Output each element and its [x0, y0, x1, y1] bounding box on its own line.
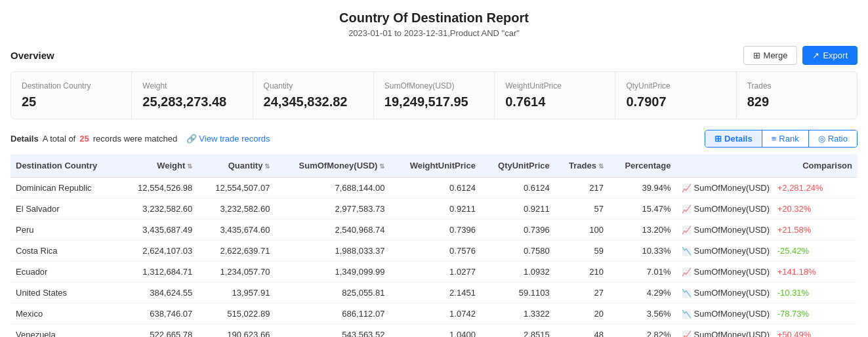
- metric-card-2: Quantity 24,345,832.82: [253, 72, 374, 119]
- cell-country-3: Costa Rica: [10, 241, 120, 262]
- col-header-qtyunit: QtyUnitPrice: [481, 154, 555, 178]
- cell-qtyunit-0: 0.6124: [481, 178, 555, 199]
- tab-details[interactable]: ⊞Details: [705, 130, 762, 147]
- cell-weightunit-1: 0.9211: [390, 199, 480, 220]
- cell-comparison-5: 📉SumOfMoney(USD) -10.31%: [676, 283, 858, 304]
- cell-quantity-4: 1,234,057.70: [197, 262, 275, 283]
- cell-quantity-2: 3,435,674.60: [197, 220, 275, 241]
- view-trade-records-link[interactable]: 🔗 View trade records: [186, 134, 270, 144]
- report-title: Country Of Destination Report: [10, 10, 858, 26]
- metric-card-3: SumOfMoney(USD) 19,249,517.95: [374, 72, 495, 119]
- cell-sum-6: 686,112.07: [275, 304, 390, 325]
- cell-weightunit-2: 0.7396: [390, 220, 480, 241]
- metric-value-4: 0.7614: [505, 94, 604, 109]
- comp-label-4: SumOfMoney(USD): [694, 267, 770, 277]
- col-header-weightunit: WeightUnitPrice: [390, 154, 480, 178]
- comp-label-5: SumOfMoney(USD): [694, 288, 770, 298]
- table-row: Mexico638,746.07515,022.89686,112.071.07…: [10, 304, 858, 325]
- cell-quantity-1: 3,232,582.60: [197, 199, 275, 220]
- comp-value-5: -10.31%: [777, 288, 809, 298]
- metric-value-0: 25: [22, 94, 121, 109]
- cell-weight-5: 384,624.55: [120, 283, 197, 304]
- tab-group: ⊞Details≡Rank◎Ratio: [705, 130, 858, 148]
- metric-card-0: Destination Country 25: [11, 72, 132, 119]
- cell-percentage-4: 7.01%: [609, 262, 676, 283]
- comp-value-1: +20.32%: [777, 204, 812, 214]
- metric-value-6: 829: [747, 94, 846, 109]
- table-row: Costa Rica2,624,107.032,622,639.711,988,…: [10, 241, 858, 262]
- cell-weightunit-0: 0.6124: [390, 178, 480, 199]
- cell-percentage-6: 3.56%: [609, 304, 676, 325]
- overview-label: Overview: [10, 50, 54, 61]
- comp-value-2: +21.58%: [777, 225, 812, 235]
- metric-value-2: 24,345,832.82: [264, 94, 363, 109]
- tab-rank[interactable]: ≡Rank: [762, 130, 809, 147]
- table-row: Dominican Republic12,554,526.9812,554,50…: [10, 178, 858, 199]
- cell-weightunit-5: 2.1451: [390, 283, 480, 304]
- comp-label-3: SumOfMoney(USD): [694, 246, 770, 256]
- metric-card-5: QtyUnitPrice 0.7907: [615, 72, 736, 119]
- col-header-sum[interactable]: SumOfMoney(USD)⇅: [275, 154, 390, 178]
- metric-label-3: SumOfMoney(USD): [384, 81, 484, 90]
- cell-sum-0: 7,688,144.00: [275, 178, 390, 199]
- cell-trades-5: 27: [555, 283, 609, 304]
- metric-label-5: QtyUnitPrice: [626, 81, 725, 90]
- merge-button[interactable]: ⊞ Merge: [743, 46, 798, 65]
- cell-comparison-2: 📈SumOfMoney(USD) +21.58%: [676, 220, 858, 241]
- cell-weight-2: 3,435,687.49: [120, 220, 197, 241]
- trend-up-icon: 📈: [682, 226, 692, 235]
- export-button[interactable]: ↗ Export: [802, 46, 858, 65]
- comp-label-6: SumOfMoney(USD): [694, 309, 770, 319]
- trend-down-icon: 📉: [682, 309, 692, 319]
- metric-card-6: Trades 829: [737, 72, 857, 119]
- view-link-icon: 🔗: [186, 134, 197, 144]
- cell-sum-1: 2,977,583.73: [275, 199, 390, 220]
- trend-up-icon: 📈: [682, 184, 692, 193]
- cell-percentage-1: 15.47%: [609, 199, 676, 220]
- comp-label-7: SumOfMoney(USD): [694, 330, 770, 337]
- col-header-weight[interactable]: Weight⇅: [120, 154, 197, 178]
- col-header-country: Destination Country: [10, 154, 120, 178]
- col-header-quantity[interactable]: Quantity⇅: [197, 154, 275, 178]
- cell-qtyunit-3: 0.7580: [481, 241, 555, 262]
- col-header-trades[interactable]: Trades⇅: [555, 154, 609, 178]
- overview-bar: Overview ⊞ Merge ↗ Export: [10, 46, 858, 65]
- trend-down-icon: 📉: [682, 288, 692, 298]
- export-label: Export: [823, 50, 848, 60]
- view-link-label: View trade records: [199, 134, 270, 144]
- trend-down-icon: 📉: [682, 247, 692, 256]
- cell-trades-3: 59: [555, 241, 609, 262]
- cell-weight-7: 522,665.78: [120, 325, 197, 338]
- metric-card-4: WeightUnitPrice 0.7614: [495, 72, 615, 119]
- cell-qtyunit-2: 0.7396: [481, 220, 555, 241]
- cell-qtyunit-1: 0.9211: [481, 199, 555, 220]
- tab-icon-ratio: ◎: [818, 134, 825, 144]
- cell-quantity-6: 515,022.89: [197, 304, 275, 325]
- metric-label-4: WeightUnitPrice: [505, 81, 604, 90]
- sort-icon: ⇅: [187, 163, 192, 170]
- cell-comparison-7: 📈SumOfMoney(USD) +50.49%: [676, 325, 858, 338]
- tab-ratio[interactable]: ◎Ratio: [809, 130, 857, 147]
- report-header: Country Of Destination Report 2023-01-01…: [10, 10, 858, 38]
- cell-country-6: Mexico: [10, 304, 120, 325]
- cell-trades-1: 57: [555, 199, 609, 220]
- tab-icon-rank: ≡: [772, 134, 777, 144]
- cell-weight-0: 12,554,526.98: [120, 178, 197, 199]
- comp-value-6: -78.73%: [777, 309, 809, 319]
- cell-sum-2: 2,540,968.74: [275, 220, 390, 241]
- metric-label-2: Quantity: [264, 81, 363, 90]
- cell-qtyunit-7: 2.8515: [481, 325, 555, 338]
- cell-weight-1: 3,232,582.60: [120, 199, 197, 220]
- action-buttons: ⊞ Merge ↗ Export: [743, 46, 858, 65]
- cell-percentage-3: 10.33%: [609, 241, 676, 262]
- cell-trades-2: 100: [555, 220, 609, 241]
- cell-percentage-5: 4.29%: [609, 283, 676, 304]
- trend-up-icon: 📈: [682, 330, 692, 338]
- details-suffix: records were matched: [93, 134, 178, 144]
- cell-sum-5: 825,055.81: [275, 283, 390, 304]
- report-subtitle: 2023-01-01 to 2023-12-31,Product AND "ca…: [10, 28, 858, 38]
- table-row: Venezuela522,665.78190,623.66543,563.521…: [10, 325, 858, 338]
- tab-icon-details: ⊞: [714, 134, 722, 144]
- cell-percentage-7: 2.82%: [609, 325, 676, 338]
- metric-label-0: Destination Country: [22, 81, 121, 90]
